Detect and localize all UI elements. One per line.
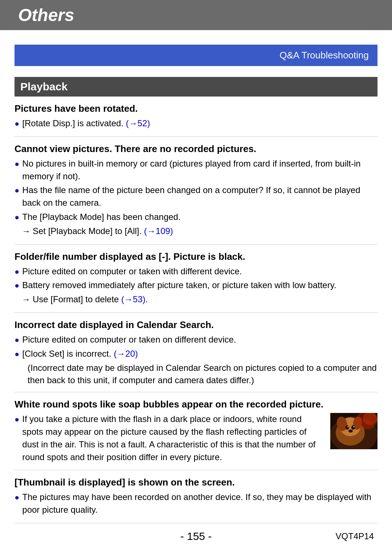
bullet-icon: ● [15,348,19,360]
example-photo [330,413,377,449]
faq-answer: ● Picture edited on computer or taken wi… [15,265,377,278]
faq-answers: ● Picture edited on computer or taken wi… [15,265,377,306]
arrow-icon: → [22,225,30,238]
faq-answer: ● Has the file name of the picture been … [15,184,377,209]
faq-question: Folder/file number displayed as [-]. Pic… [15,251,377,262]
answer-text: Picture edited on computer or taken on d… [22,333,377,346]
faq-item-incorrect-date: Incorrect date displayed in Calendar Sea… [15,313,377,392]
faq-answer: ● Battery removed immediately after pict… [15,279,377,292]
faq-answer: ● The [Playback Mode] has been changed. [15,211,377,224]
qa-bar: Q&A Troubleshooting [15,45,377,66]
faq-answer: ● No pictures in built-in memory or card… [15,157,377,183]
faq-question: Cannot view pictures. There are no recor… [15,143,377,155]
bullet-icon: ● [15,280,19,291]
bullet-icon: ● [15,212,19,223]
faq-answers: ● No pictures in built-in memory or card… [15,157,377,238]
arrow-item: → Use [Format] to delete (→53). [15,293,377,306]
answer-text: Battery removed immediately after pictur… [22,279,377,292]
answer-text: Set [Playback Mode] to [All]. (→109) [33,225,173,238]
svg-point-10 [348,430,353,433]
arrow-icon: → [22,293,30,306]
faq-item-cannot-view: Cannot view pictures. There are no recor… [15,137,377,245]
answer-text: [Rotate Disp.] is activated. (→52) [22,117,377,130]
svg-point-6 [346,425,349,430]
faq-question: [Thumbnail is displayed] is shown on the… [15,477,377,488]
faq-question: Pictures have been rotated. [15,103,377,114]
faq-answers: ● The pictures may have been recorded on… [15,491,377,516]
faq-item-white-spots: White round spots like soap bubbles appe… [15,392,377,470]
svg-point-7 [351,425,355,430]
link-52[interactable]: (→52) [126,118,150,128]
answer-text: Picture edited on computer or taken with… [22,265,377,278]
bullet-icon: ● [15,118,19,130]
answer-text: Has the file name of the picture been ch… [22,184,377,209]
faq-answer: ● The pictures may have been recorded on… [15,491,377,516]
faq-answer-text-col: ● If you take a picture with the flash i… [15,413,330,465]
faq-question: White round spots like soap bubbles appe… [15,399,377,410]
page-header: Others [0,0,392,30]
answer-text: [Clock Set] is incorrect. (→20) [22,348,377,360]
bullet-icon: ● [15,492,19,503]
link-53[interactable]: (→53). [121,294,148,304]
faq-answers: ● Picture edited on computer or taken on… [15,333,377,387]
faq-item-folder-file: Folder/file number displayed as [-]. Pic… [15,245,377,313]
answer-text: The pictures may have been recorded on a… [22,491,377,516]
svg-point-8 [347,426,349,427]
arrow-item: → Set [Playback Mode] to [All]. (→109) [15,225,377,238]
section-header: Playback [15,77,377,97]
bullet-icon: ● [15,158,19,170]
bullet-icon: ● [15,334,19,346]
faq-answer: ● [Clock Set] is incorrect. (→20) [15,348,377,360]
dog-image-svg [330,413,377,449]
faq-question: Incorrect date displayed in Calendar Sea… [15,319,377,331]
faq-item-thumbnail: [Thumbnail is displayed] is shown on the… [15,470,377,523]
faq-answer: ● If you take a picture with the flash i… [15,413,323,463]
answer-text: Use [Format] to delete (→53). [33,293,148,306]
link-109[interactable]: (→109) [144,226,173,236]
faq-answers: ● [Rotate Disp.] is activated. (→52) [15,117,377,130]
section-title: Playback [20,81,68,93]
svg-point-9 [353,426,355,427]
model-number: VQT4P14 [336,531,374,541]
answer-text: If you take a picture with the flash in … [22,413,323,463]
bullet-icon: ● [15,266,19,278]
faq-answer: ● Picture edited on computer or taken on… [15,333,377,346]
faq-answer: ● [Rotate Disp.] is activated. (→52) [15,117,377,130]
faq-item-pictures-rotated: Pictures have been rotated. ● [Rotate Di… [15,97,377,137]
bullet-icon: ● [15,185,19,196]
qa-label: Q&A Troubleshooting [279,50,369,61]
content-area: Pictures have been rotated. ● [Rotate Di… [15,97,377,523]
answer-text: No pictures in built-in memory or card (… [22,157,377,183]
page-title: Others [18,5,74,25]
bullet-icon: ● [15,414,19,425]
answer-text: The [Playback Mode] has been changed. [22,211,377,224]
faq-answer-row: ● If you take a picture with the flash i… [15,413,377,465]
page-footer: - 155 - VQT4P14 [0,530,392,542]
indent-text: (Incorrect date may be displayed in Cale… [15,362,377,387]
link-20[interactable]: (→20) [114,349,138,359]
page-number: - 155 - [0,530,392,542]
